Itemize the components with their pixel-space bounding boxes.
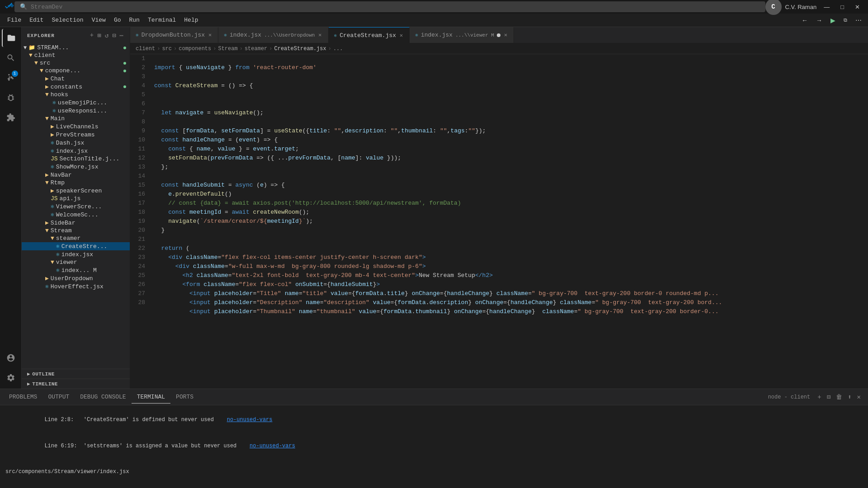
close-panel-button[interactable]: ✕ xyxy=(855,392,863,402)
menu-help[interactable]: Help xyxy=(180,15,202,25)
new-folder-icon[interactable]: ⊞ xyxy=(96,31,102,40)
close-tab-index-ud[interactable]: ✕ xyxy=(317,31,322,39)
new-file-icon[interactable]: + xyxy=(89,31,94,40)
close-tab-dropdown[interactable]: ✕ xyxy=(208,31,212,39)
refresh-icon[interactable]: ↺ xyxy=(104,31,109,40)
bc-file[interactable]: CreateStream.jsx xyxy=(274,46,326,52)
menu-selection[interactable]: Selection xyxy=(48,15,87,25)
outline-header[interactable]: ▶ OUTLINE xyxy=(22,369,130,379)
tree-index-main[interactable]: ⚛ index.jsx xyxy=(22,147,130,155)
activity-explorer[interactable] xyxy=(2,29,20,47)
tab-index-viewer[interactable]: ⚛ index.jsx ...\\viewer M ✕ xyxy=(410,27,514,43)
activity-search[interactable] xyxy=(2,49,20,67)
tree-chat[interactable]: ▶ Chat xyxy=(22,75,130,83)
bc-steamer[interactable]: steamer xyxy=(245,46,267,52)
menu-view[interactable]: View xyxy=(88,15,109,25)
panel-tab-problems[interactable]: PROBLEMS xyxy=(4,391,42,403)
tree-welcome[interactable]: ⚛ WelcomeSc... xyxy=(22,211,130,219)
code-editor[interactable]: 12345 678910 1112131415 1617181920 21222… xyxy=(130,54,868,389)
nav-back-button[interactable]: ← xyxy=(799,17,811,24)
tree-rtmp[interactable]: ▼ Rtmp xyxy=(22,179,130,187)
panel-tab-debug[interactable]: DEBUG CONSOLE xyxy=(75,391,131,403)
tree-speaker[interactable]: ▶ speakerScreen xyxy=(22,187,130,195)
run-button[interactable]: ▶ xyxy=(828,17,838,24)
search-bar[interactable]: 🔍 xyxy=(14,1,765,12)
nav-forward-button[interactable]: → xyxy=(813,17,825,24)
split-editor-button[interactable]: ⧉ xyxy=(841,17,850,23)
no-unused-vars-link-2[interactable]: no-unused-vars xyxy=(250,443,295,449)
tree-root[interactable]: ▼ 📁 STREAM... xyxy=(22,44,130,52)
bc-src[interactable]: src xyxy=(162,46,172,52)
bc-components[interactable]: components xyxy=(179,46,211,52)
panel-tab-output[interactable]: OUTPUT xyxy=(42,391,75,403)
close-button[interactable]: ✕ xyxy=(851,4,863,10)
more-options-icon[interactable]: ⋯ xyxy=(119,31,124,40)
tree-src[interactable]: ▼ src xyxy=(22,59,130,67)
tree-viewer-folder[interactable]: ▼ viewer xyxy=(22,258,130,266)
showmore-label: ShowMore.jsx xyxy=(56,164,99,170)
activity-account[interactable] xyxy=(2,349,20,367)
tab-index-userdropdown[interactable]: ⚛ index.jsx ...\\UserDropdown ✕ xyxy=(218,27,328,43)
bc-dots[interactable]: ... xyxy=(333,46,343,52)
maximize-button[interactable]: □ xyxy=(837,4,848,10)
tree-prevstreams[interactable]: ▶ PrevStreams xyxy=(22,131,130,139)
tree-useemoji[interactable]: ⚛ useEmojiPic... xyxy=(22,99,130,107)
tree-components[interactable]: ▼ compone... xyxy=(22,67,130,75)
tree-navbar[interactable]: ▶ NavBar xyxy=(22,171,130,179)
tree-client[interactable]: ▼ client xyxy=(22,52,130,59)
bc-stream[interactable]: Stream xyxy=(218,46,237,52)
panel-tab-ports[interactable]: PORTS xyxy=(170,391,199,403)
menu-edit[interactable]: Edit xyxy=(26,15,47,25)
code-content[interactable]: import { useNavigate } from 'react-route… xyxy=(151,54,868,389)
tree-main[interactable]: ▼ Main xyxy=(22,115,130,122)
sidebar: EXPLORER + ⊞ ↺ ⊟ ⋯ ▼ 📁 STREAM... xyxy=(22,27,130,389)
close-tab-index-v[interactable]: ✕ xyxy=(503,31,508,39)
tree-index-steamer[interactable]: ⚛ index.jsx xyxy=(22,250,130,258)
new-terminal-button[interactable]: + xyxy=(816,393,823,402)
index-viewer-label: index... M xyxy=(61,267,97,274)
tree-steamer[interactable]: ▼ steamer xyxy=(22,235,130,242)
expand-icon: ▼ xyxy=(29,52,33,59)
tab-createstream[interactable]: ⚛ CreateStream.jsx ✕ xyxy=(329,27,410,43)
menu-terminal[interactable]: Terminal xyxy=(144,15,179,25)
menu-file[interactable]: File xyxy=(4,15,25,25)
split-terminal-button[interactable]: ⊟ xyxy=(825,392,832,402)
timeline-header[interactable]: ▶ TIMELINE xyxy=(22,379,130,389)
collapse-all-icon[interactable]: ⊟ xyxy=(111,31,117,40)
bc-client[interactable]: client xyxy=(136,46,155,52)
close-tab-create[interactable]: ✕ xyxy=(399,31,404,40)
tree-constants[interactable]: ▶ constants xyxy=(22,83,130,91)
tree-sidebar-folder[interactable]: ▶ SideBar xyxy=(22,219,130,227)
tree-createstream[interactable]: ⚛ CreateStre... xyxy=(22,242,130,250)
activity-settings[interactable] xyxy=(2,369,20,387)
tree-stream[interactable]: ▼ Stream xyxy=(22,227,130,235)
tree-hovereffect[interactable]: ⚛ HoverEffect.jsx xyxy=(22,282,130,291)
activity-source-control[interactable]: 1 xyxy=(2,69,20,87)
menu-run[interactable]: Run xyxy=(125,15,143,25)
maximize-panel-button[interactable]: ⬆ xyxy=(846,392,853,402)
src-label: src xyxy=(40,60,50,66)
tree-hooks[interactable]: ▼ hooks xyxy=(22,91,130,99)
tree-userdropdown[interactable]: ▶ UserDropdown xyxy=(22,274,130,282)
activity-debug[interactable] xyxy=(2,89,20,107)
menu-go[interactable]: Go xyxy=(110,15,125,25)
terminal-src-path: src/components/Stream/viewer/index.jsx xyxy=(5,468,863,476)
no-unused-vars-link-1[interactable]: no-unused-vars xyxy=(227,417,273,423)
more-actions-button[interactable]: ⋯ xyxy=(853,17,864,24)
tree-viewer-src[interactable]: ⚛ ViewerScre... xyxy=(22,202,130,211)
tree-livechannels[interactable]: ▶ LiveChannels xyxy=(22,122,130,131)
tree-showmore[interactable]: ⚛ ShowMore.jsx xyxy=(22,163,130,171)
minimize-button[interactable]: — xyxy=(820,4,833,10)
tree-index-viewer[interactable]: ⚛ index... M xyxy=(22,266,130,274)
activity-extensions[interactable] xyxy=(2,108,20,127)
tree-useresponsi[interactable]: ⚛ useResponsi... xyxy=(22,107,130,115)
kill-terminal-button[interactable]: 🗑 xyxy=(834,393,844,402)
expand-icon-comp: ▼ xyxy=(40,67,43,74)
tab-dropdown-button[interactable]: ⚛ DropdownButton.jsx ✕ xyxy=(130,27,218,43)
profile-avatar[interactable]: C xyxy=(765,0,782,15)
tree-api[interactable]: JS api.js xyxy=(22,195,130,202)
search-input[interactable] xyxy=(31,4,121,10)
tree-sectiontitle[interactable]: JS SectionTitle.j... xyxy=(22,155,130,163)
panel-tab-terminal[interactable]: TERMINAL xyxy=(132,391,170,404)
tree-dash[interactable]: ⚛ Dash.jsx xyxy=(22,139,130,147)
